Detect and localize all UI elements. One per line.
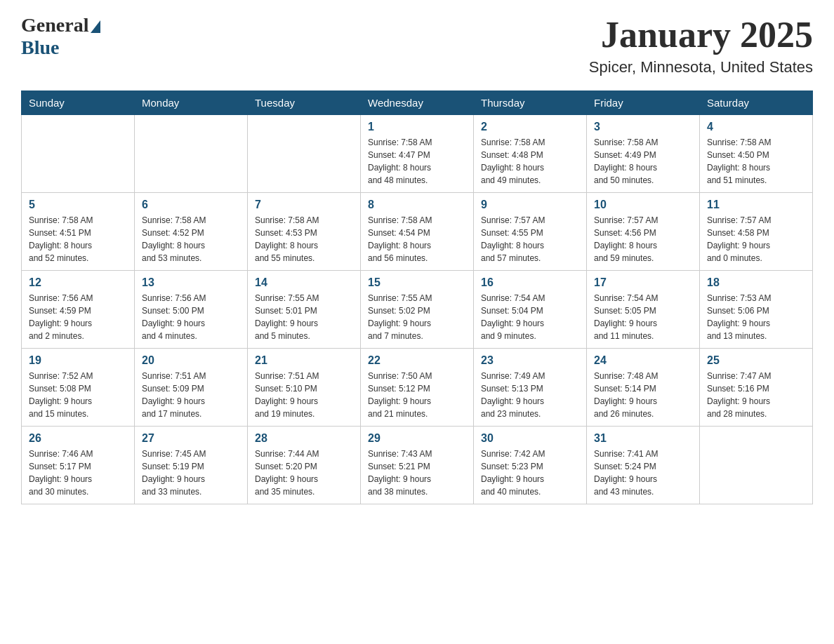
calendar-cell: 30Sunrise: 7:42 AMSunset: 5:23 PMDayligh…: [474, 427, 587, 504]
day-info: Sunrise: 7:48 AMSunset: 5:14 PMDaylight:…: [594, 370, 692, 420]
calendar-cell: 7Sunrise: 7:58 AMSunset: 4:53 PMDaylight…: [248, 193, 361, 271]
logo: General Blue: [21, 14, 100, 59]
week-row-3: 12Sunrise: 7:56 AMSunset: 4:59 PMDayligh…: [22, 271, 813, 349]
header-day-thursday: Thursday: [474, 91, 587, 115]
day-number: 20: [142, 354, 240, 367]
calendar-subtitle: Spicer, Minnesota, United States: [589, 58, 813, 76]
day-info: Sunrise: 7:57 AMSunset: 4:58 PMDaylight:…: [707, 214, 805, 264]
week-row-4: 19Sunrise: 7:52 AMSunset: 5:08 PMDayligh…: [22, 349, 813, 427]
day-number: 19: [29, 354, 127, 367]
calendar-cell: 26Sunrise: 7:46 AMSunset: 5:17 PMDayligh…: [22, 427, 135, 504]
day-number: 22: [368, 354, 466, 367]
day-info: Sunrise: 7:55 AMSunset: 5:02 PMDaylight:…: [368, 292, 466, 342]
day-info: Sunrise: 7:54 AMSunset: 5:04 PMDaylight:…: [481, 292, 579, 342]
calendar-cell: 22Sunrise: 7:50 AMSunset: 5:12 PMDayligh…: [361, 349, 474, 427]
day-info: Sunrise: 7:41 AMSunset: 5:24 PMDaylight:…: [594, 448, 692, 498]
day-number: 14: [255, 276, 353, 289]
day-number: 16: [481, 276, 579, 289]
day-number: 30: [481, 432, 579, 445]
day-info: Sunrise: 7:44 AMSunset: 5:20 PMDaylight:…: [255, 448, 353, 498]
calendar-cell: [700, 427, 813, 504]
calendar-cell: 4Sunrise: 7:58 AMSunset: 4:50 PMDaylight…: [700, 115, 813, 193]
day-number: 1: [368, 121, 466, 133]
calendar-table: SundayMondayTuesdayWednesdayThursdayFrid…: [21, 90, 813, 504]
day-number: 8: [368, 199, 466, 211]
day-number: 9: [481, 199, 579, 211]
day-info: Sunrise: 7:56 AMSunset: 4:59 PMDaylight:…: [29, 292, 127, 342]
day-info: Sunrise: 7:55 AMSunset: 5:01 PMDaylight:…: [255, 292, 353, 342]
title-section: January 2025 Spicer, Minnesota, United S…: [589, 14, 813, 76]
calendar-cell: 9Sunrise: 7:57 AMSunset: 4:55 PMDaylight…: [474, 193, 587, 271]
header-row: SundayMondayTuesdayWednesdayThursdayFrid…: [22, 91, 813, 115]
day-number: 18: [707, 276, 805, 289]
week-row-2: 5Sunrise: 7:58 AMSunset: 4:51 PMDaylight…: [22, 193, 813, 271]
day-number: 5: [29, 199, 127, 211]
header-day-monday: Monday: [135, 91, 248, 115]
day-number: 6: [142, 199, 240, 211]
calendar-cell: 1Sunrise: 7:58 AMSunset: 4:47 PMDaylight…: [361, 115, 474, 193]
day-info: Sunrise: 7:42 AMSunset: 5:23 PMDaylight:…: [481, 448, 579, 498]
day-info: Sunrise: 7:53 AMSunset: 5:06 PMDaylight:…: [707, 292, 805, 342]
day-info: Sunrise: 7:58 AMSunset: 4:53 PMDaylight:…: [255, 214, 353, 264]
calendar-cell: 24Sunrise: 7:48 AMSunset: 5:14 PMDayligh…: [587, 349, 700, 427]
day-info: Sunrise: 7:58 AMSunset: 4:52 PMDaylight:…: [142, 214, 240, 264]
day-info: Sunrise: 7:50 AMSunset: 5:12 PMDaylight:…: [368, 370, 466, 420]
calendar-cell: 14Sunrise: 7:55 AMSunset: 5:01 PMDayligh…: [248, 271, 361, 349]
calendar-cell: 6Sunrise: 7:58 AMSunset: 4:52 PMDaylight…: [135, 193, 248, 271]
logo-general-text: General: [21, 14, 88, 36]
calendar-cell: 23Sunrise: 7:49 AMSunset: 5:13 PMDayligh…: [474, 349, 587, 427]
day-info: Sunrise: 7:46 AMSunset: 5:17 PMDaylight:…: [29, 448, 127, 498]
calendar-cell: 5Sunrise: 7:58 AMSunset: 4:51 PMDaylight…: [22, 193, 135, 271]
calendar-cell: 3Sunrise: 7:58 AMSunset: 4:49 PMDaylight…: [587, 115, 700, 193]
logo-triangle-icon: [91, 20, 100, 33]
day-number: 31: [594, 432, 692, 445]
week-row-5: 26Sunrise: 7:46 AMSunset: 5:17 PMDayligh…: [22, 427, 813, 504]
logo-blue-text: Blue: [21, 36, 59, 59]
day-number: 17: [594, 276, 692, 289]
day-number: 2: [481, 121, 579, 133]
calendar-cell: 27Sunrise: 7:45 AMSunset: 5:19 PMDayligh…: [135, 427, 248, 504]
calendar-cell: 20Sunrise: 7:51 AMSunset: 5:09 PMDayligh…: [135, 349, 248, 427]
calendar-cell: 25Sunrise: 7:47 AMSunset: 5:16 PMDayligh…: [700, 349, 813, 427]
day-number: 26: [29, 432, 127, 445]
day-info: Sunrise: 7:51 AMSunset: 5:09 PMDaylight:…: [142, 370, 240, 420]
header-day-saturday: Saturday: [700, 91, 813, 115]
day-number: 13: [142, 276, 240, 289]
logo-line1: General: [21, 14, 100, 36]
day-info: Sunrise: 7:56 AMSunset: 5:00 PMDaylight:…: [142, 292, 240, 342]
header-day-sunday: Sunday: [22, 91, 135, 115]
day-info: Sunrise: 7:51 AMSunset: 5:10 PMDaylight:…: [255, 370, 353, 420]
day-number: 15: [368, 276, 466, 289]
calendar-cell: 21Sunrise: 7:51 AMSunset: 5:10 PMDayligh…: [248, 349, 361, 427]
calendar-cell: [135, 115, 248, 193]
day-info: Sunrise: 7:58 AMSunset: 4:50 PMDaylight:…: [707, 136, 805, 187]
day-info: Sunrise: 7:58 AMSunset: 4:54 PMDaylight:…: [368, 214, 466, 264]
header-day-wednesday: Wednesday: [361, 91, 474, 115]
calendar-cell: 16Sunrise: 7:54 AMSunset: 5:04 PMDayligh…: [474, 271, 587, 349]
day-info: Sunrise: 7:58 AMSunset: 4:51 PMDaylight:…: [29, 214, 127, 264]
day-number: 23: [481, 354, 579, 367]
day-number: 24: [594, 354, 692, 367]
calendar-cell: [22, 115, 135, 193]
day-info: Sunrise: 7:57 AMSunset: 4:55 PMDaylight:…: [481, 214, 579, 264]
week-row-1: 1Sunrise: 7:58 AMSunset: 4:47 PMDaylight…: [22, 115, 813, 193]
calendar-cell: 13Sunrise: 7:56 AMSunset: 5:00 PMDayligh…: [135, 271, 248, 349]
calendar-cell: 12Sunrise: 7:56 AMSunset: 4:59 PMDayligh…: [22, 271, 135, 349]
calendar-cell: 19Sunrise: 7:52 AMSunset: 5:08 PMDayligh…: [22, 349, 135, 427]
calendar-cell: 17Sunrise: 7:54 AMSunset: 5:05 PMDayligh…: [587, 271, 700, 349]
day-info: Sunrise: 7:58 AMSunset: 4:48 PMDaylight:…: [481, 136, 579, 187]
day-info: Sunrise: 7:45 AMSunset: 5:19 PMDaylight:…: [142, 448, 240, 498]
day-info: Sunrise: 7:58 AMSunset: 4:47 PMDaylight:…: [368, 136, 466, 187]
day-number: 25: [707, 354, 805, 367]
day-number: 29: [368, 432, 466, 445]
calendar-cell: 28Sunrise: 7:44 AMSunset: 5:20 PMDayligh…: [248, 427, 361, 504]
day-number: 11: [707, 199, 805, 211]
day-info: Sunrise: 7:52 AMSunset: 5:08 PMDaylight:…: [29, 370, 127, 420]
calendar-header: SundayMondayTuesdayWednesdayThursdayFrid…: [22, 91, 813, 115]
day-number: 4: [707, 121, 805, 133]
day-number: 7: [255, 199, 353, 211]
day-info: Sunrise: 7:54 AMSunset: 5:05 PMDaylight:…: [594, 292, 692, 342]
day-info: Sunrise: 7:47 AMSunset: 5:16 PMDaylight:…: [707, 370, 805, 420]
day-number: 27: [142, 432, 240, 445]
calendar-cell: [248, 115, 361, 193]
